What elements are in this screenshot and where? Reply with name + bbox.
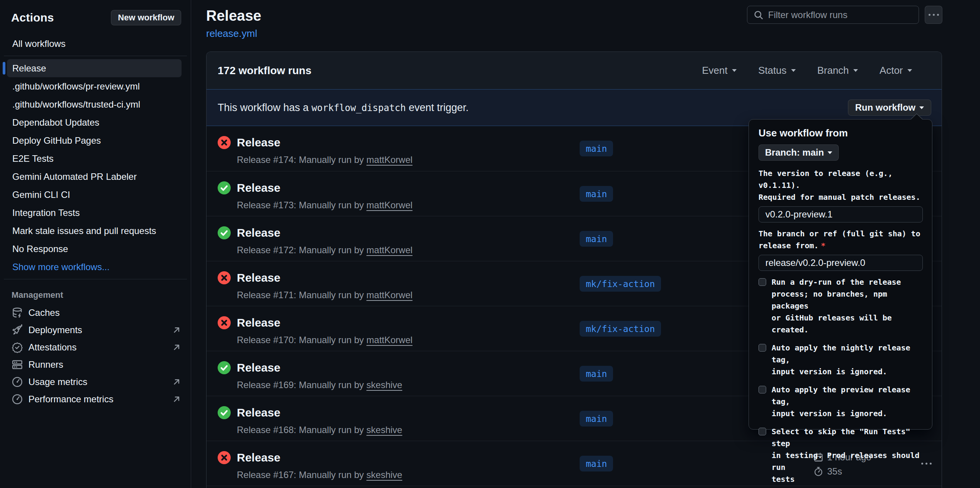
dispatch-option-row: Run a dry-run of the releaseprocess; no … xyxy=(759,276,922,336)
branch-badge[interactable]: main xyxy=(580,366,613,382)
run-title-link[interactable]: Release xyxy=(237,271,280,284)
arrow-up-right-icon xyxy=(172,342,182,352)
sidebar-item-workflow[interactable]: Mark stale issues and pull requests xyxy=(7,222,182,240)
runs-count: 172 workflow runs xyxy=(218,65,311,77)
actor-link[interactable]: skeshive xyxy=(367,380,402,390)
run-description: Release #169: Manually run by skeshive xyxy=(237,380,402,390)
branch-badge[interactable]: mk/fix-action xyxy=(580,321,661,337)
new-workflow-button[interactable]: New workflow xyxy=(111,10,181,25)
filter-branch-dropdown[interactable]: Branch xyxy=(817,65,858,76)
chevron-down-icon xyxy=(732,69,737,72)
run-title-link[interactable]: Release xyxy=(237,226,280,239)
filter-placeholder: Filter workflow runs xyxy=(768,10,848,20)
sidebar-item-workflow[interactable]: Show more workflows... xyxy=(7,258,182,276)
management-list: CachesDeploymentsAttestationsRunnersUsag… xyxy=(0,304,191,408)
branch-badge[interactable]: main xyxy=(580,231,613,247)
branch-badge[interactable]: main xyxy=(580,186,613,202)
management-item-label: Caches xyxy=(28,307,59,318)
branch-badge[interactable]: mk/fix-action xyxy=(580,276,661,292)
run-title-link[interactable]: Release xyxy=(237,136,280,149)
workflow-file-link[interactable]: release.yml xyxy=(206,28,257,40)
management-item-label: Performance metrics xyxy=(28,394,113,405)
version-field-label: The version to release (e.g., v0.1.11).R… xyxy=(759,168,922,203)
branch-badge[interactable]: main xyxy=(580,141,613,156)
run-description: Release #172: Manually run by mattKorwel xyxy=(237,245,413,256)
runs-list-header: 172 workflow runs EventStatusBranchActor xyxy=(207,52,942,89)
run-title-link[interactable]: Release xyxy=(237,406,280,419)
workflow-label: Gemini CLI CI xyxy=(12,189,70,200)
checkbox[interactable] xyxy=(759,386,766,393)
x-circle-fill-icon xyxy=(218,451,231,464)
management-section-label: Management xyxy=(0,282,191,304)
run-description: Release #168: Manually run by skeshive xyxy=(237,425,402,435)
run-workflow-panel: Use workflow from Branch: main The versi… xyxy=(749,119,932,430)
selected-accent-bar xyxy=(3,62,5,75)
chevron-down-icon xyxy=(828,151,832,154)
branch-badge[interactable]: main xyxy=(580,411,613,427)
sidebar-item-deployments[interactable]: Deployments xyxy=(0,321,191,339)
run-title-link[interactable]: Release xyxy=(237,361,280,374)
filter-actor-dropdown[interactable]: Actor xyxy=(879,65,912,76)
rocket-icon xyxy=(12,324,23,336)
branch-badge[interactable]: main xyxy=(580,456,613,471)
filter-label: Status xyxy=(758,65,787,76)
checkbox[interactable] xyxy=(759,278,766,286)
workflow-label: Mark stale issues and pull requests xyxy=(12,226,156,236)
sidebar-item-performance-metrics[interactable]: Performance metrics xyxy=(0,390,191,408)
sidebar-item-usage-metrics[interactable]: Usage metrics xyxy=(0,373,191,390)
check-circle-fill-icon xyxy=(218,361,231,374)
sidebar-item-all-workflows[interactable]: All workflows xyxy=(7,35,182,53)
run-title-link[interactable]: Release xyxy=(237,181,280,194)
actor-link[interactable]: mattKorwel xyxy=(367,245,413,255)
sidebar-item-workflow[interactable]: .github/workflows/pr-review.yml xyxy=(7,77,182,95)
workflow-label: E2E Tests xyxy=(12,153,54,164)
sidebar-item-workflow[interactable]: Gemini Automated PR Labeler xyxy=(7,168,182,186)
sidebar-item-workflow[interactable]: No Response xyxy=(7,240,182,258)
branch-select-button[interactable]: Branch: main xyxy=(759,144,839,161)
workflow-dispatch-code: workflow_dispatch xyxy=(312,103,406,113)
sidebar-item-runners[interactable]: Runners xyxy=(0,356,191,373)
chevron-down-icon xyxy=(853,69,858,72)
run-title-link[interactable]: Release xyxy=(237,451,280,464)
checkbox[interactable] xyxy=(759,428,766,435)
filter-workflow-runs-input[interactable]: Filter workflow runs xyxy=(747,6,919,24)
sidebar-item-workflow[interactable]: Gemini CLI CI xyxy=(7,186,182,204)
run-title-link[interactable]: Release xyxy=(237,316,280,329)
sidebar-item-workflow[interactable]: .github/workflows/trusted-ci.yml xyxy=(7,95,182,113)
checkbox[interactable] xyxy=(759,344,766,352)
kebab-horizontal-icon xyxy=(921,463,932,465)
sidebar-item-workflow[interactable]: Integration Tests xyxy=(7,204,182,222)
sidebar-divider xyxy=(4,56,187,56)
filter-event-dropdown[interactable]: Event xyxy=(702,65,737,76)
version-input[interactable]: v0.2.0-preview.1 xyxy=(759,206,923,222)
management-item-label: Usage metrics xyxy=(28,377,87,387)
sidebar-item-workflow[interactable]: Deploy GitHub Pages xyxy=(7,131,182,149)
cache-icon xyxy=(12,307,23,319)
dispatch-option-row: Auto apply the preview release tag,input… xyxy=(759,384,922,420)
checkbox-label: Auto apply the preview release tag,input… xyxy=(772,384,922,420)
sidebar-title: Actions xyxy=(11,11,54,24)
actor-link[interactable]: skeshive xyxy=(367,425,402,435)
check-circle-fill-icon xyxy=(218,226,231,239)
runs-filters: EventStatusBranchActor xyxy=(702,65,912,76)
actor-link[interactable]: mattKorwel xyxy=(367,154,413,165)
workflow-options-kebab-button[interactable] xyxy=(925,6,942,24)
sidebar-item-workflow[interactable]: E2E Tests xyxy=(7,149,182,168)
sidebar-item-workflow[interactable]: Release xyxy=(7,59,182,77)
actor-link[interactable]: skeshive xyxy=(367,470,402,480)
actor-link[interactable]: mattKorwel xyxy=(367,290,413,300)
dispatch-option-row: Select to skip the "Run Tests" stepin te… xyxy=(759,426,922,485)
filter-status-dropdown[interactable]: Status xyxy=(758,65,796,76)
workflow-label: Show more workflows... xyxy=(12,262,109,272)
sidebar-item-workflow[interactable]: Dependabot Updates xyxy=(7,113,182,131)
sidebar-item-attestations[interactable]: Attestations xyxy=(0,339,191,356)
actor-link[interactable]: mattKorwel xyxy=(367,200,413,210)
workflow-run-row-partial xyxy=(207,486,942,488)
ref-input[interactable]: release/v0.2.0-preview.0 xyxy=(759,255,923,271)
actor-link[interactable]: mattKorwel xyxy=(367,335,413,345)
workflow-label: Gemini Automated PR Labeler xyxy=(12,171,137,182)
use-workflow-from-heading: Use workflow from xyxy=(759,127,922,139)
sidebar-item-caches[interactable]: Caches xyxy=(0,304,191,321)
page-title: Release xyxy=(206,8,261,24)
filter-label: Event xyxy=(702,65,728,76)
